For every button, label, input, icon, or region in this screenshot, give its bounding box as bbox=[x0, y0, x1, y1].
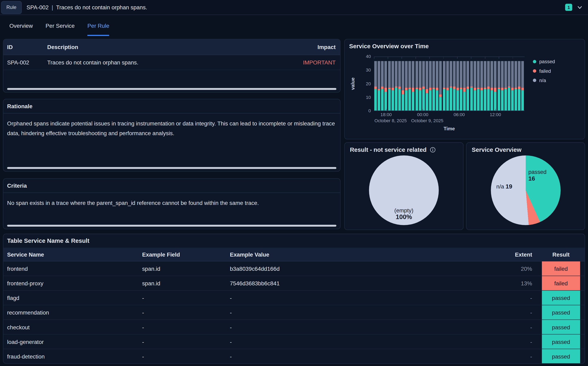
seg-na bbox=[401, 61, 404, 90]
seg-passed bbox=[422, 89, 425, 111]
count-badge[interactable]: 1 bbox=[565, 4, 572, 11]
table-row: frontend-proxyspan.id7546d3683bb6c84113%… bbox=[3, 276, 585, 291]
legend-label-passed: passed bbox=[539, 59, 555, 64]
horizontal-scrollbar[interactable] bbox=[7, 88, 337, 90]
tab-per-rule[interactable]: Per Rule bbox=[87, 15, 109, 36]
seg-na bbox=[508, 61, 510, 86]
stacked-bar bbox=[374, 57, 377, 110]
seg-na bbox=[474, 61, 476, 88]
seg-passed bbox=[474, 90, 476, 110]
seg-failed bbox=[436, 88, 439, 90]
table-row: checkout---passed bbox=[3, 320, 585, 334]
seg-failed bbox=[494, 88, 497, 92]
stacked-bar bbox=[518, 57, 521, 110]
seg-passed bbox=[511, 90, 514, 110]
seg-na bbox=[494, 61, 497, 88]
pie-label-na: n/a19 bbox=[496, 183, 512, 190]
left-column: ID Description Impact SPA-002 Traces do … bbox=[3, 39, 340, 230]
stacked-bar bbox=[463, 57, 466, 110]
seg-na bbox=[491, 61, 493, 88]
stacked-bar bbox=[504, 57, 507, 110]
seg-passed bbox=[398, 89, 401, 111]
seg-na bbox=[477, 61, 479, 88]
legend-item-passed[interactable]: passed bbox=[533, 59, 581, 64]
stacked-bar bbox=[460, 57, 463, 110]
seg-na bbox=[391, 61, 394, 88]
rationale-text: Orphaned spans indicate potential issues… bbox=[3, 114, 340, 138]
cell-service-name: flagd bbox=[3, 295, 142, 301]
bar-plot bbox=[374, 57, 525, 111]
legend-item-failed[interactable]: failed bbox=[533, 68, 581, 74]
seg-na bbox=[439, 61, 442, 94]
stacked-bar bbox=[477, 57, 479, 110]
seg-failed bbox=[405, 88, 408, 90]
legend-label-failed: failed bbox=[539, 68, 551, 74]
seg-na bbox=[436, 61, 439, 88]
horizontal-scrollbar[interactable] bbox=[7, 167, 337, 169]
stacked-bar bbox=[391, 57, 394, 110]
seg-passed bbox=[378, 90, 380, 110]
seg-na bbox=[408, 61, 411, 88]
seg-na bbox=[518, 61, 521, 86]
tab-overview[interactable]: Overview bbox=[9, 15, 33, 36]
cell-example-value: - bbox=[230, 295, 483, 301]
table-row: frontendspan.idb3a8039c64dd166d20%failed bbox=[3, 261, 585, 276]
col-header-description: Description bbox=[47, 44, 284, 50]
seg-failed bbox=[401, 90, 404, 94]
impact-label: IMPORTANT bbox=[284, 59, 340, 65]
stacked-bar bbox=[401, 57, 404, 110]
stacked-bar bbox=[395, 57, 398, 110]
stacked-bar bbox=[508, 57, 510, 110]
seg-na bbox=[463, 61, 466, 88]
stacked-bar bbox=[501, 57, 504, 110]
x-axis-ticks: 18:0000:0006:0012:00 bbox=[374, 112, 525, 118]
seg-failed bbox=[381, 86, 384, 89]
page-title: SPA-002 | Traces do not contain orphan s… bbox=[27, 4, 147, 10]
seg-failed bbox=[374, 86, 377, 89]
cell-example-value: - bbox=[230, 353, 483, 359]
cell-example-field: - bbox=[142, 309, 230, 316]
cell-extent: 20% bbox=[483, 265, 542, 272]
seg-na bbox=[504, 61, 507, 88]
rule-dashboard-page: Rule SPA-002 | Traces do not contain orp… bbox=[0, 0, 588, 366]
seg-na bbox=[384, 61, 387, 88]
seg-na bbox=[446, 61, 449, 88]
seg-passed bbox=[415, 89, 418, 111]
result-badge: failed bbox=[542, 276, 580, 290]
chevron-down-icon[interactable] bbox=[577, 4, 583, 10]
seg-failed bbox=[391, 88, 394, 90]
cell-example-field: - bbox=[142, 295, 230, 301]
cell-example-field: - bbox=[142, 338, 230, 345]
x-tick-label: 18:00 bbox=[380, 112, 392, 117]
stacked-bar bbox=[494, 57, 497, 110]
stacked-bar bbox=[497, 57, 500, 110]
chart-title: Service Overview over Time bbox=[348, 42, 581, 50]
seg-failed bbox=[463, 88, 466, 92]
seg-na bbox=[470, 61, 473, 86]
criteria-panel: Criteria No span exists in a trace where… bbox=[3, 178, 340, 229]
seg-passed bbox=[508, 88, 510, 110]
seg-na bbox=[429, 61, 431, 88]
failed-dot-icon bbox=[533, 69, 536, 73]
legend-item-na[interactable]: n/a bbox=[533, 78, 581, 83]
seg-na bbox=[487, 61, 490, 86]
pie-panels-row: Result - not service related (empty) 100… bbox=[344, 142, 585, 230]
rule-title: Traces do not contain orphan spans. bbox=[56, 4, 147, 10]
stacked-bar bbox=[453, 57, 455, 110]
seg-na bbox=[484, 61, 486, 88]
seg-passed bbox=[436, 90, 439, 110]
seg-passed bbox=[494, 92, 497, 110]
stacked-bar bbox=[484, 57, 486, 110]
result-badge: passed bbox=[542, 320, 580, 334]
info-icon[interactable] bbox=[430, 147, 436, 153]
horizontal-scrollbar[interactable] bbox=[7, 225, 337, 227]
x-tick-label: 00:00 bbox=[417, 112, 429, 117]
stacked-bar bbox=[398, 57, 401, 110]
col-header-example-value: Example Value bbox=[230, 251, 483, 257]
result-badge: passed bbox=[542, 305, 580, 319]
tab-per-service[interactable]: Per Service bbox=[46, 15, 75, 36]
criteria-text: No span exists in a trace where the pare… bbox=[3, 193, 340, 208]
rationale-title: Rationale bbox=[3, 99, 340, 114]
seg-failed bbox=[487, 86, 490, 89]
seg-na bbox=[521, 61, 524, 88]
